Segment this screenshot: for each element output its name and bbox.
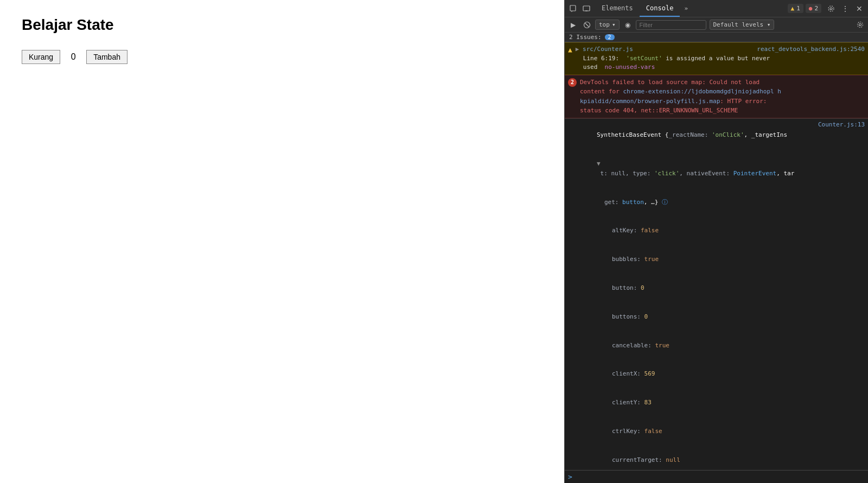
devtools-tabs: Elements Console »: [595, 0, 692, 17]
warning-icon: ▲: [568, 46, 572, 54]
svg-rect-0: [570, 5, 576, 11]
context-selector[interactable]: top ▾: [595, 20, 620, 30]
tab-console[interactable]: Console: [640, 0, 680, 17]
kurang-button[interactable]: Kurang: [22, 50, 60, 64]
svg-point-9: [857, 22, 863, 28]
svg-point-8: [859, 24, 861, 26]
settings-btn[interactable]: [825, 2, 838, 15]
devtools-top-toolbar: Elements Console » ▲ 1 ● 2: [565, 0, 868, 17]
error-count[interactable]: ● 2: [806, 4, 821, 13]
log-levels-selector[interactable]: Default levels ▾: [710, 20, 775, 30]
filter-input[interactable]: [636, 20, 706, 30]
page-title: Belajar State: [22, 16, 542, 34]
svg-point-4: [830, 8, 832, 10]
issues-bar: 2 Issues: 2: [565, 33, 868, 42]
tambah-button[interactable]: Tambah: [86, 50, 127, 64]
console-warning-1: ▲ ▶ src/Counter.js react_devtools_backen…: [565, 42, 868, 75]
tab-more[interactable]: »: [680, 0, 692, 17]
error-content-1: DevTools failed to load source map: Coul…: [580, 78, 865, 116]
log-file-link[interactable]: Counter.js:13: [818, 121, 865, 128]
more-options-btn[interactable]: ⋮: [839, 2, 852, 15]
svg-point-5: [828, 6, 834, 11]
warn-file-link[interactable]: react_devtools_backend.js:2540: [757, 45, 865, 54]
tab-elements[interactable]: Elements: [595, 0, 640, 17]
device-toggle-btn[interactable]: [580, 2, 593, 15]
svg-line-7: [585, 23, 589, 27]
error-badge: 2: [568, 78, 577, 87]
prompt-caret: >: [568, 473, 572, 481]
console-settings-btn[interactable]: [854, 19, 866, 31]
inspect-icon-btn[interactable]: [567, 2, 580, 15]
main-content: Belajar State Kurang 0 Tambah: [0, 0, 564, 483]
svg-rect-2: [583, 6, 590, 11]
counter-row: Kurang 0 Tambah: [22, 50, 542, 64]
eye-btn[interactable]: ◉: [622, 19, 634, 31]
clear-console-btn[interactable]: [581, 19, 593, 31]
console-log-section: Counter.js:13 SyntheticBaseEvent {_react…: [565, 118, 868, 470]
close-devtools-btn[interactable]: ✕: [853, 2, 866, 15]
devtools-panel: Elements Console » ▲ 1 ● 2: [564, 0, 868, 483]
console-error-1: 2 DevTools failed to load source map: Co…: [565, 75, 868, 118]
console-toolbar: ▶ top ▾ ◉ Default levels ▾: [565, 17, 868, 33]
console-input[interactable]: [576, 473, 865, 480]
console-output[interactable]: ▲ ▶ src/Counter.js react_devtools_backen…: [565, 42, 868, 470]
console-prompt: >: [565, 470, 868, 483]
run-script-btn[interactable]: ▶: [567, 19, 579, 31]
counter-value: 0: [68, 52, 79, 62]
warning-content-1: ▶ src/Counter.js react_devtools_backend.…: [576, 45, 865, 72]
warning-count[interactable]: ▲ 1: [788, 4, 803, 13]
